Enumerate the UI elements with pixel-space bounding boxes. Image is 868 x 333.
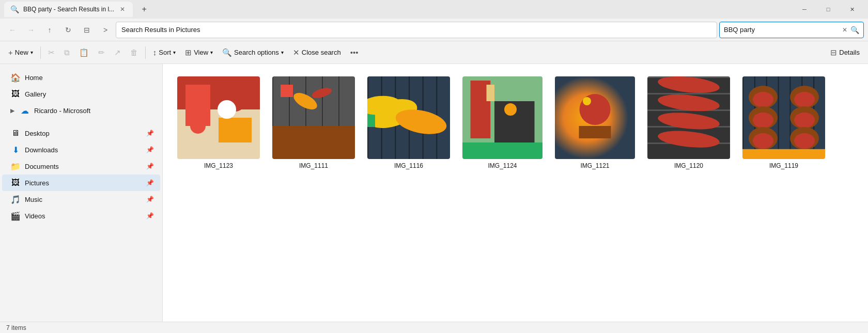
music-icon: 🎵 [10,195,21,204]
pin-icon: 📌 [146,196,154,203]
downloads-icon: ⬇ [10,145,21,155]
copy-button[interactable]: ⧉ [60,44,74,61]
image-thumbnail [555,76,635,159]
image-filename: IMG_1124 [488,162,517,169]
delete-button[interactable]: 🗑 [126,44,142,61]
rename-button[interactable]: ✏ [94,44,109,61]
documents-icon: 📁 [10,162,21,171]
image-filename: IMG_1123 [204,162,233,169]
image-item[interactable]: IMG_1121 [553,74,637,171]
content-area: IMG_1123IMG_1111IMG_1116IMG_1124IMG_1121… [163,64,868,322]
view-button[interactable]: ⊟ [79,22,95,38]
search-options-button[interactable]: 🔍 Search options ▾ [218,44,288,61]
sidebar-item-desktop[interactable]: 🖥 Desktop 📌 [2,125,160,141]
details-button[interactable]: ⊟ Details [826,44,864,61]
close-search-button[interactable]: ✕ Close search [289,44,345,61]
maximize-button[interactable]: □ [816,0,840,19]
breadcrumb-separator-icon: > [97,22,114,38]
cut-button[interactable]: ✂ [44,44,59,61]
tab-icon: 🔍 [10,5,19,13]
sidebar-item-gallery[interactable]: 🖼 Gallery [2,86,160,102]
details-label: Details [839,49,860,56]
search-options-label: Search options [234,49,279,56]
sort-button[interactable]: ↕ Sort ▾ [149,44,180,61]
refresh-button[interactable]: ↻ [60,22,76,38]
back-button[interactable]: ← [4,22,21,38]
pin-icon: 📌 [146,212,154,219]
paste-button[interactable]: 📋 [75,44,93,61]
sidebar-item-label: Documents [25,163,142,170]
sidebar-item-pictures[interactable]: 🖼 Pictures 📌 [2,175,160,191]
toolbar-separator-2 [145,46,146,59]
pictures-icon: 🖼 [10,178,21,187]
search-go-button[interactable]: 🔍 [850,26,859,34]
share-icon: ↗ [114,48,121,57]
sidebar-item-onedrive[interactable]: ▶ ☁ Ricardo - Microsoft [2,102,160,119]
active-tab[interactable]: 🔍 BBQ party - Search Results in l... ✕ [4,2,133,17]
search-options-icon: 🔍 [222,48,232,57]
up-button[interactable]: ↑ [41,22,58,38]
image-thumbnail [462,76,542,159]
address-bar: ← → ↑ ↻ ⊟ > Search Results in Pictures ✕… [0,19,868,41]
search-clear-button[interactable]: ✕ [842,26,847,34]
paste-icon: 📋 [79,48,89,57]
sidebar-item-home[interactable]: 🏠 Home [2,69,160,86]
sidebar-section-main: 🏠 Home 🖼 Gallery ▶ ☁ Ricardo - Microsoft [0,68,162,120]
sidebar-item-label: Desktop [25,130,142,137]
sidebar: 🏠 Home 🖼 Gallery ▶ ☁ Ricardo - Microsoft… [0,64,163,322]
sidebar-item-label: Home [25,74,154,82]
search-box[interactable]: ✕ 🔍 [719,22,864,38]
new-tab-button[interactable]: + [137,2,151,17]
tab-close-button[interactable]: ✕ [118,5,127,13]
breadcrumb[interactable]: Search Results in Pictures [116,22,717,38]
videos-icon: 🎬 [10,211,21,221]
image-filename: IMG_1111 [299,162,328,169]
image-thumbnail [177,76,260,159]
onedrive-icon: ☁ [20,106,30,116]
view-button[interactable]: ⊞ View ▾ [181,44,217,61]
view-label: View [194,49,208,56]
image-item[interactable]: IMG_1120 [645,74,732,171]
image-item[interactable]: IMG_1119 [740,74,827,171]
window-controls: ─ □ ✕ [793,0,864,19]
search-input[interactable] [724,26,839,34]
image-filename: IMG_1120 [674,162,703,169]
gallery-icon: 🖼 [10,89,21,99]
image-item[interactable]: IMG_1124 [460,74,545,171]
sidebar-item-label: Pictures [25,179,142,187]
minimize-button[interactable]: ─ [793,0,816,19]
sort-label: Sort [159,49,171,56]
new-button[interactable]: + New ▾ [4,44,37,61]
title-bar: 🔍 BBQ party - Search Results in l... ✕ +… [0,0,868,19]
sidebar-item-videos[interactable]: 🎬 Videos 📌 [2,208,160,224]
sidebar-item-downloads[interactable]: ⬇ Downloads 📌 [2,141,160,158]
image-item[interactable]: IMG_1123 [175,74,262,171]
pin-icon: 📌 [146,179,154,186]
toolbar-separator-1 [40,46,41,59]
image-filename: IMG_1119 [769,162,798,169]
sidebar-item-label: Gallery [25,90,154,98]
sidebar-item-music[interactable]: 🎵 Music 📌 [2,191,160,208]
new-label: New [15,49,28,56]
more-options-button[interactable]: ••• [346,44,363,61]
new-chevron-icon: ▾ [30,50,33,55]
cut-icon: ✂ [48,48,55,57]
sidebar-item-documents[interactable]: 📁 Documents 📌 [2,158,160,175]
sidebar-item-label: Music [25,196,142,203]
share-button[interactable]: ↗ [110,44,125,61]
search-options-chevron-icon: ▾ [281,50,284,55]
sidebar-section-pinned: 🖥 Desktop 📌 ⬇ Downloads 📌 📁 Documents 📌 … [0,124,162,225]
sidebar-item-label: Videos [25,212,142,220]
sort-icon: ↕ [153,48,157,57]
image-thumbnail [272,76,355,159]
image-item[interactable]: IMG_1111 [270,74,357,171]
image-filename: IMG_1116 [394,162,423,169]
expand-icon: ▶ [10,107,14,114]
image-item[interactable]: IMG_1116 [365,74,452,171]
more-options-icon: ••• [350,48,359,57]
sidebar-item-label: Downloads [25,146,142,154]
toolbar: + New ▾ ✂ ⧉ 📋 ✏ ↗ 🗑 ↕ Sort ▾ ⊞ View ▾ 🔍 … [0,41,868,64]
pin-icon: 📌 [146,163,154,170]
close-window-button[interactable]: ✕ [840,0,864,19]
forward-button[interactable]: → [23,22,39,38]
